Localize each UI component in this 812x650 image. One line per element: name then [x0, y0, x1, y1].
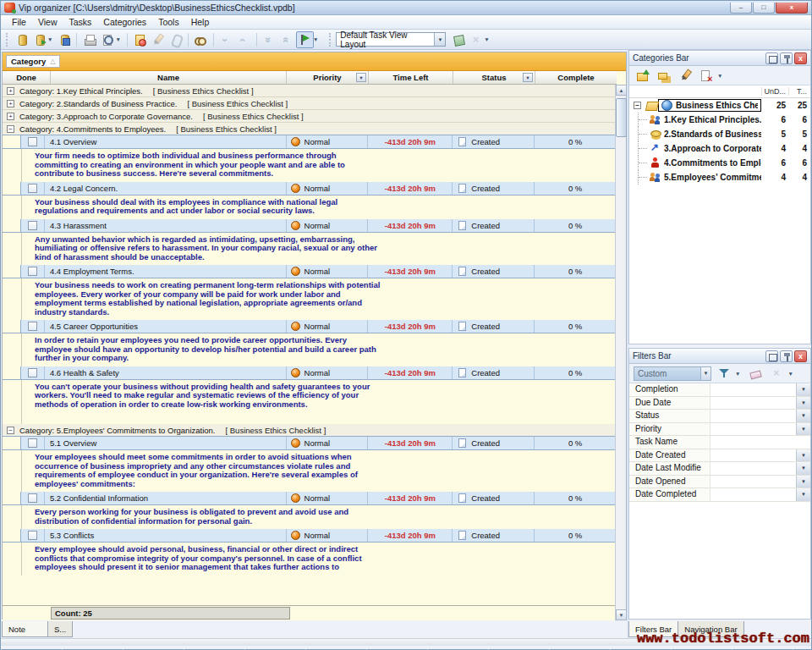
- done-checkbox[interactable]: [28, 322, 37, 331]
- filter-dropdown-button[interactable]: ▼: [796, 462, 810, 475]
- filter-dropdown-button[interactable]: ▼: [796, 397, 810, 410]
- expand-icon[interactable]: +: [7, 100, 14, 107]
- menu-item-help[interactable]: Help: [185, 16, 216, 28]
- menu-item-tasks[interactable]: Tasks: [63, 16, 98, 28]
- menu-item-view[interactable]: View: [32, 16, 63, 28]
- task-row[interactable]: 4.3 HarassmentNormal-413d 20h 9mCreated0…: [3, 218, 616, 233]
- filter-value-field[interactable]: [710, 423, 796, 436]
- collapse-icon[interactable]: −: [634, 102, 641, 109]
- column-header-name[interactable]: Name: [51, 71, 287, 84]
- filter-value-field[interactable]: [710, 397, 796, 410]
- column-header-done[interactable]: Done: [3, 71, 51, 84]
- collapse-icon[interactable]: −: [7, 427, 14, 434]
- tab-note[interactable]: Note: [2, 621, 48, 637]
- filter-dropdown-button[interactable]: ▼: [796, 449, 810, 462]
- column-header-complete[interactable]: Complete: [535, 71, 617, 84]
- open-database-button[interactable]: [30, 31, 48, 48]
- category-group-row[interactable]: −Category: 5.Employees' Commitments to O…: [3, 424, 616, 437]
- done-checkbox[interactable]: [28, 493, 37, 503]
- done-checkbox[interactable]: [28, 531, 37, 540]
- task-row[interactable]: 4.1 OverviewNormal-413d 20h 9mCreated0 %: [3, 135, 616, 149]
- tab-s[interactable]: S...: [47, 621, 73, 637]
- expand-icon[interactable]: +: [7, 87, 14, 95]
- delete-category-button[interactable]: [697, 67, 715, 84]
- menu-item-tools[interactable]: Tools: [152, 16, 185, 28]
- toolbar-overflow-icon[interactable]: ▼: [787, 371, 793, 377]
- task-row[interactable]: 5.1 OverviewNormal-413d 20h 9mCreated0 %: [3, 436, 616, 450]
- task-row[interactable]: 5.3 ConflictsNormal-413d 20h 9mCreated0 …: [3, 528, 616, 543]
- category-group-row[interactable]: +Category: 1.Key Ethical Principles.[ Bu…: [3, 85, 616, 97]
- done-checkbox[interactable]: [28, 184, 37, 193]
- category-tree-item[interactable]: 2.Standards of Business Pra55: [629, 127, 810, 141]
- toolbar-overflow-icon[interactable]: ▼: [484, 36, 489, 42]
- print-preview-button[interactable]: [98, 31, 116, 48]
- new-task-button[interactable]: [131, 31, 149, 48]
- category-tree-item[interactable]: −Business Ethics Checklist2525: [629, 98, 810, 113]
- filter-dropdown-button[interactable]: ▼: [796, 383, 810, 396]
- chevron-down-icon[interactable]: ▼: [700, 367, 710, 380]
- restore-panel-button[interactable]: [765, 52, 778, 64]
- task-row[interactable]: 4.5 Career OpportunitiesNormal-413d 20h …: [3, 319, 616, 333]
- category-group-row[interactable]: −Category: 4.Commitments to Employees.[ …: [3, 123, 616, 135]
- chevron-down-icon[interactable]: ▼: [115, 36, 120, 42]
- done-checkbox[interactable]: [28, 368, 37, 377]
- filter-value-field[interactable]: [710, 462, 796, 475]
- save-layout-button[interactable]: [449, 31, 467, 48]
- task-row[interactable]: 4.2 Legal Concern.Normal-413d 20h 9mCrea…: [3, 181, 616, 196]
- done-checkbox[interactable]: [28, 438, 37, 448]
- clear-filter-button[interactable]: [746, 365, 764, 382]
- toolbar-grip[interactable]: [329, 33, 332, 47]
- group-by-category-chip[interactable]: Category △: [6, 55, 60, 68]
- scroll-up-icon[interactable]: ▲: [616, 85, 627, 96]
- scrollbar-thumb[interactable]: [616, 98, 627, 137]
- menu-item-file[interactable]: File: [6, 16, 32, 28]
- new-database-button[interactable]: [13, 31, 30, 48]
- edit-category-button[interactable]: [676, 67, 694, 84]
- priority-filter-dropdown[interactable]: ▼: [356, 73, 366, 82]
- category-group-row[interactable]: +Category: 2.Standards of Business Pract…: [3, 97, 616, 110]
- done-checkbox[interactable]: [28, 137, 37, 146]
- filter-preset-combobox[interactable]: Custom ▼: [634, 366, 711, 381]
- apply-filter-button[interactable]: [715, 365, 732, 382]
- category-tree-item[interactable]: 5.Employees' Commitments t44: [629, 170, 810, 185]
- category-tree-item[interactable]: 1.Key Ethical Principles.66: [629, 113, 810, 127]
- status-filter-dropdown[interactable]: ▼: [523, 73, 533, 82]
- expand-icon[interactable]: +: [7, 113, 14, 120]
- column-header-undone[interactable]: UnD...: [761, 87, 788, 96]
- column-header-status[interactable]: Status ▼: [453, 71, 535, 84]
- task-row[interactable]: 4.6 Health & SafetyNormal-413d 20h 9mCre…: [3, 366, 616, 380]
- column-header-total[interactable]: T...: [788, 87, 810, 96]
- category-tree-item[interactable]: 3.Approach to Corporate Go44: [629, 141, 810, 156]
- chevron-down-icon[interactable]: ▼: [735, 371, 740, 377]
- filter-dropdown-button[interactable]: ▼: [796, 488, 810, 501]
- toolbar-overflow-icon[interactable]: ▼: [717, 73, 722, 79]
- chevron-down-icon[interactable]: ▼: [434, 33, 445, 46]
- filter-dropdown-button[interactable]: ▼: [796, 410, 810, 422]
- maximize-button[interactable]: □: [753, 3, 775, 14]
- category-group-row[interactable]: +Category: 3.Approach to Corporate Gover…: [3, 110, 616, 123]
- filter-value-field[interactable]: [710, 383, 796, 396]
- scroll-down-icon[interactable]: ▼: [616, 609, 627, 620]
- filter-value-field[interactable]: [710, 476, 796, 488]
- new-category-button[interactable]: [634, 67, 651, 84]
- done-checkbox[interactable]: [28, 221, 37, 230]
- layout-combobox[interactable]: Default Task View Layout ▼: [336, 32, 446, 47]
- close-panel-button[interactable]: x: [794, 52, 807, 64]
- add-subcategory-button[interactable]: [655, 67, 672, 84]
- menu-item-categories[interactable]: Categories: [97, 16, 152, 28]
- filter-value-field[interactable]: [710, 436, 810, 449]
- restore-panel-button[interactable]: [765, 350, 778, 362]
- filter-value-field[interactable]: [710, 410, 796, 422]
- filter-value-field[interactable]: [710, 449, 796, 462]
- task-row[interactable]: 5.2 Confidential InformationNormal-413d …: [3, 491, 616, 505]
- close-panel-button[interactable]: x: [794, 350, 807, 362]
- pin-panel-button[interactable]: [780, 350, 793, 362]
- filter-value-field[interactable]: [710, 488, 796, 501]
- task-row[interactable]: 4.4 Employment Terms.Normal-413d 20h 9mC…: [3, 264, 616, 278]
- table-scrollbar[interactable]: ▲ ▼: [615, 85, 626, 620]
- column-header-priority[interactable]: Priority ▼: [287, 71, 369, 84]
- minimize-button[interactable]: –: [730, 3, 752, 14]
- category-tree-item[interactable]: 4.Commitments to Employees66: [629, 156, 810, 170]
- filter-dropdown-button[interactable]: ▼: [796, 423, 810, 436]
- pin-panel-button[interactable]: [780, 52, 793, 64]
